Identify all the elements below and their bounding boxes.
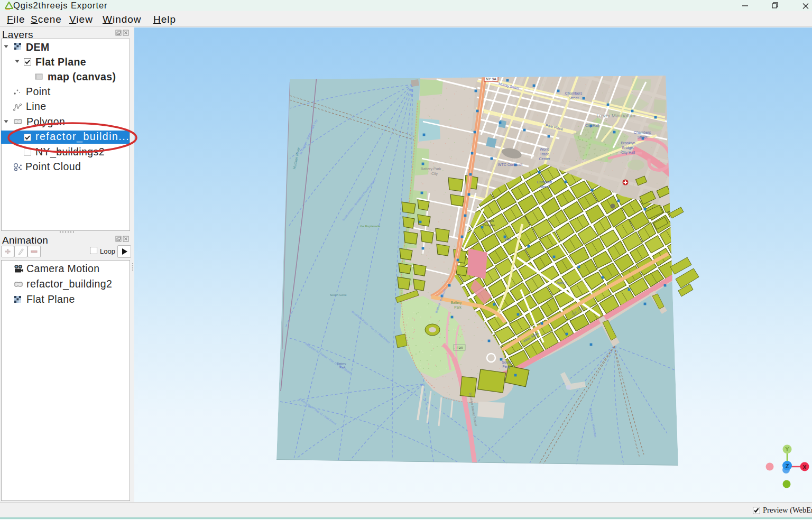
svg-text:South: South xyxy=(502,360,511,364)
svg-text:Cortlandt: Cortlandt xyxy=(537,180,552,184)
svg-text:FDR: FDR xyxy=(457,346,464,349)
svg-text:Street: Street xyxy=(569,96,579,100)
svg-text:Wall S: Wall S xyxy=(557,281,567,285)
svg-text:Park: Park xyxy=(454,305,462,309)
svg-text:Z: Z xyxy=(786,463,789,469)
svg-text:the Esplanade: the Esplanade xyxy=(360,225,381,228)
svg-text:South Cove: South Cove xyxy=(330,293,347,296)
svg-text:Trade: Trade xyxy=(540,152,549,156)
svg-text:NY 9A: NY 9A xyxy=(486,77,496,81)
svg-text:Brooklyn: Brooklyn xyxy=(621,141,635,145)
svg-text:Ferry: Ferry xyxy=(502,365,511,369)
svg-text:Douglas: Douglas xyxy=(483,224,495,227)
svg-text:Bridge-: Bridge- xyxy=(622,146,634,150)
svg-text:Y: Y xyxy=(785,446,789,452)
svg-text:Battery: Battery xyxy=(451,301,462,305)
svg-text:Lower Manhattan: Lower Manhattan xyxy=(596,113,635,118)
svg-text:Battery Park: Battery Park xyxy=(421,167,441,171)
svg-text:Chambers: Chambers xyxy=(634,131,651,134)
svg-text:Street: Street xyxy=(540,185,550,189)
svg-text:Brookfield Place: Brookfield Place xyxy=(292,75,317,79)
svg-text:X: X xyxy=(802,464,807,470)
svg-text:WTC Cortlandt: WTC Cortlandt xyxy=(498,163,522,166)
svg-text:Center: Center xyxy=(539,157,550,161)
svg-text:City: City xyxy=(431,172,438,176)
svg-text:Chambers: Chambers xyxy=(565,91,583,95)
svg-text:City Hall: City Hall xyxy=(585,124,599,128)
svg-text:Wall: Wall xyxy=(504,238,510,241)
svg-text:City Hall: City Hall xyxy=(621,151,635,155)
svg-text:World: World xyxy=(540,147,549,151)
svg-text:Street: Street xyxy=(638,135,648,139)
svg-text:Robert: Robert xyxy=(484,219,494,222)
